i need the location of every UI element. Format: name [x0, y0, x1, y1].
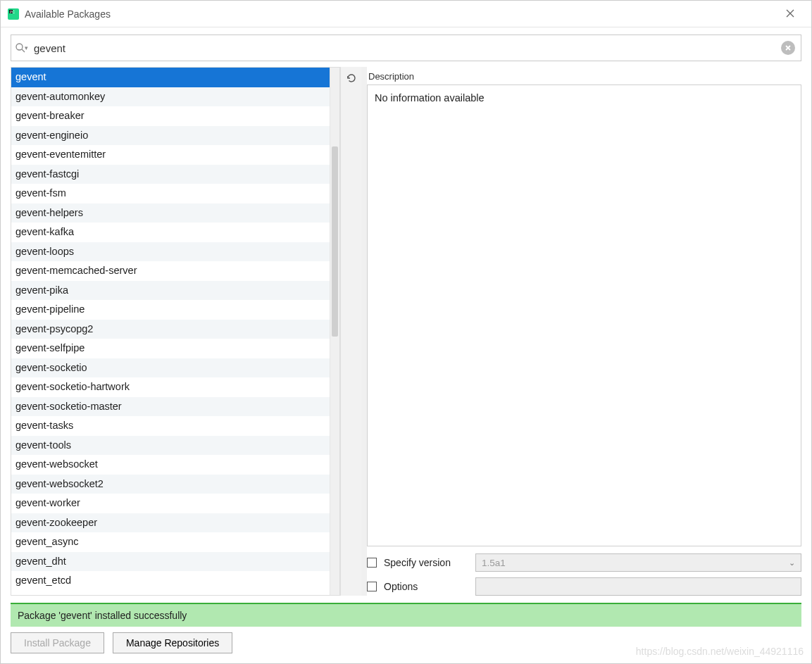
splitter[interactable] [361, 67, 367, 596]
search-icon: ▾ [11, 42, 31, 54]
button-row: Install Package Manage Repositories [11, 632, 801, 653]
package-item[interactable]: gevent-socketio-hartwork [11, 377, 330, 397]
package-item[interactable]: gevent-pipeline [11, 300, 330, 320]
package-item[interactable]: gevent_etcd [11, 571, 330, 591]
package-item[interactable]: gevent-memcached-server [11, 261, 330, 281]
chevron-down-icon: ⌄ [789, 558, 795, 568]
specify-version-label: Specify version [384, 557, 468, 568]
package-list[interactable]: geventgevent-automonkeygevent-breakergev… [11, 68, 330, 595]
package-item[interactable]: gevent-eventemitter [11, 145, 330, 165]
description-text: No information available [367, 84, 801, 546]
package-item[interactable]: gevent-fsm [11, 184, 330, 203]
package-item[interactable]: gevent-socketio-master [11, 397, 330, 417]
install-package-button[interactable]: Install Package [11, 632, 104, 653]
vertical-scrollbar[interactable] [330, 68, 339, 595]
options-row: Options [367, 577, 801, 596]
package-item[interactable]: gevent-websocket2 [11, 475, 330, 494]
package-item[interactable]: gevent [11, 68, 330, 87]
package-item[interactable]: gevent_async [11, 532, 330, 552]
package-list-panel: geventgevent-automonkeygevent-breakergev… [11, 67, 340, 596]
package-item[interactable]: gevent-automonkey [11, 87, 330, 107]
options-checkbox[interactable] [367, 582, 377, 591]
specify-version-checkbox[interactable] [367, 558, 377, 568]
status-message: Package 'gevent' installed successfully [11, 603, 801, 627]
content: geventgevent-automonkeygevent-breakergev… [11, 67, 801, 596]
scrollbar-thumb[interactable] [332, 146, 338, 337]
svg-text:PC: PC [10, 10, 15, 14]
svg-point-3 [16, 44, 23, 50]
package-item[interactable]: gevent-tools [11, 436, 330, 456]
package-item[interactable]: gevent-tasks [11, 416, 330, 436]
reload-button[interactable] [342, 68, 361, 88]
specify-version-row: Specify version 1.5a1 ⌄ [367, 553, 801, 572]
manage-repositories-button[interactable]: Manage Repositories [113, 632, 232, 653]
version-combo[interactable]: 1.5a1 ⌄ [475, 553, 801, 572]
close-icon[interactable] [776, 8, 804, 20]
package-item[interactable]: gevent-psycopg2 [11, 320, 330, 339]
window-title: Available Packages [25, 8, 776, 20]
reload-column [340, 67, 361, 596]
search-input[interactable] [31, 38, 781, 58]
package-item[interactable]: gevent-breaker [11, 106, 330, 126]
package-item[interactable]: gevent-zookeeper [11, 513, 330, 533]
package-item[interactable]: gevent-kafka [11, 223, 330, 242]
clear-search-icon[interactable] [781, 41, 795, 55]
app-icon: PC [8, 8, 19, 20]
search-field[interactable]: ▾ [11, 35, 801, 61]
package-item[interactable]: gevent-selfpipe [11, 339, 330, 358]
titlebar: PC Available Packages [1, 1, 811, 27]
description-panel: Description No information available Spe… [367, 67, 801, 596]
package-item[interactable]: gevent-loops [11, 242, 330, 262]
description-label: Description [367, 67, 801, 84]
package-item[interactable]: gevent-fastcgi [11, 165, 330, 184]
available-packages-dialog: PC Available Packages ▾ geventgevent-aut… [0, 0, 812, 664]
options-label: Options [384, 581, 468, 592]
package-item[interactable]: gevent-helpers [11, 203, 330, 223]
package-item[interactable]: gevent-socketio [11, 358, 330, 378]
version-combo-value: 1.5a1 [482, 558, 506, 568]
package-item[interactable]: gevent-engineio [11, 126, 330, 146]
package-item[interactable]: gevent_dht [11, 552, 330, 572]
package-item[interactable]: gevent-worker [11, 494, 330, 513]
options-text-input[interactable] [475, 577, 801, 596]
package-item[interactable]: gevent-pika [11, 281, 330, 301]
package-item[interactable]: gevent-websocket [11, 455, 330, 475]
